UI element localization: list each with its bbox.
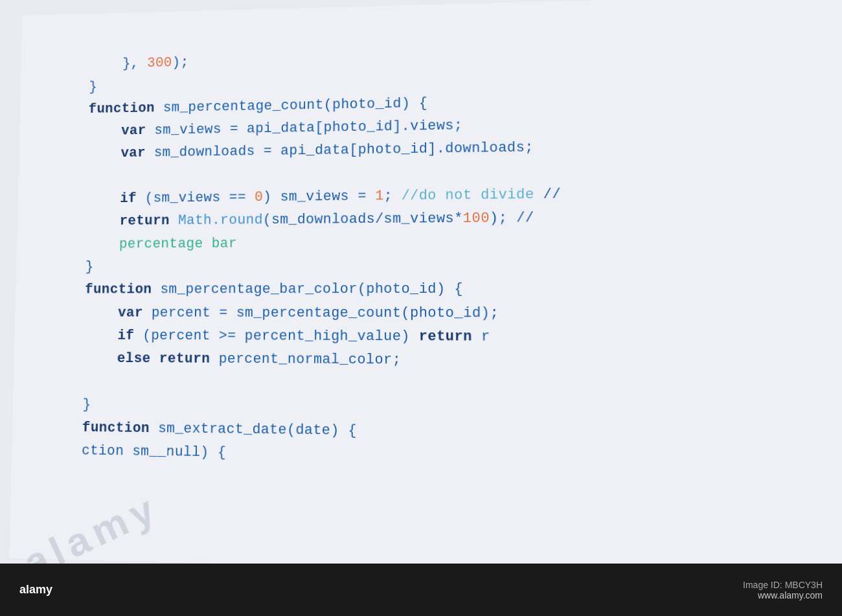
code-line-12: var percent = sm_percentage_count(photo_…	[51, 304, 499, 321]
code-line-1: }, 300);	[56, 55, 188, 73]
code-display: }, 300); } function sm_percentage_count(…	[9, 0, 842, 579]
alamy-url: www.alamy.com	[743, 590, 823, 600]
bottom-right-info: Image ID: MBCY3H www.alamy.com	[743, 580, 823, 600]
code-line-7: if (sm_views == 0) sm_views = 1; //do no…	[54, 187, 561, 207]
code-line-17: function sm_extract_date(date) {	[49, 419, 357, 439]
code-line-5: var sm_downloads = api_data[photo_id].do…	[54, 140, 534, 162]
code-line-8: return Math.round(sm_downloads/sm_views*…	[53, 210, 534, 229]
code-line-14: else return percent_normal_color;	[50, 350, 401, 369]
code-line-11: function sm_percentage_bar_color(photo_i…	[52, 281, 463, 297]
code-line-2: }	[56, 79, 98, 95]
code-line-13: if (percent >= percent_high_value) retur…	[51, 328, 490, 345]
bottom-left-info: alamy	[19, 583, 52, 597]
code-content: }, 300); } function sm_percentage_count(…	[47, 14, 821, 499]
code-line-9: percentage bar	[52, 236, 237, 253]
image-id-value: MBCY3H	[785, 580, 823, 590]
code-line-15	[50, 373, 51, 389]
bottom-bar: alamy Image ID: MBCY3H www.alamy.com	[0, 564, 842, 616]
image-id: Image ID: MBCY3H	[743, 580, 823, 590]
code-line-10: }	[52, 259, 94, 275]
code-line-4: var sm_views = api_data[photo_id].views;	[55, 118, 462, 140]
code-line-6	[54, 169, 55, 185]
alamy-logo: alamy	[19, 583, 52, 597]
image-id-label: Image ID:	[743, 580, 782, 590]
code-line-18: ction sm__null) {	[48, 442, 226, 461]
code-line-3: function sm_percentage_count(photo_id) {	[56, 95, 427, 117]
code-line-16: }	[49, 396, 91, 413]
